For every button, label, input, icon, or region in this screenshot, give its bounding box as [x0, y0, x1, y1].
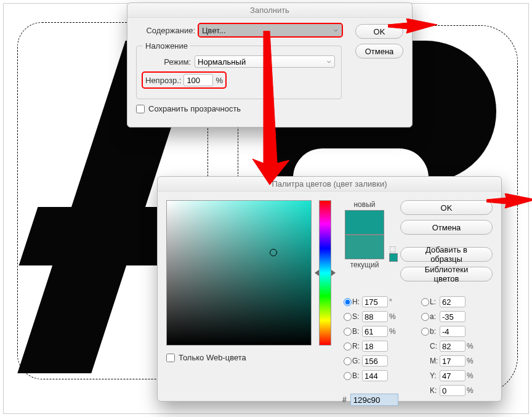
radio-b-rgb[interactable] [344, 372, 352, 380]
content-select[interactable]: Цвет... [199, 24, 342, 36]
fill-cancel-button[interactable]: Отмена [355, 44, 403, 59]
b-hsb-input[interactable] [362, 326, 388, 337]
b-lab-input[interactable] [440, 326, 465, 337]
radio-b-hsb[interactable] [344, 328, 352, 336]
radio-a[interactable] [421, 313, 429, 321]
nearest-web-swatch[interactable] [389, 253, 398, 262]
radio-g[interactable] [344, 357, 352, 365]
mode-label: Режим: [143, 57, 191, 67]
opacity-input[interactable] [183, 74, 213, 86]
radio-l[interactable] [421, 298, 429, 306]
c-input[interactable] [440, 341, 465, 352]
opacity-unit: % [216, 76, 223, 85]
picker-cancel-button[interactable]: Отмена [400, 220, 493, 235]
web-colors-checkbox[interactable]: Только Web-цвета [166, 353, 246, 362]
content-label: Содержание: [136, 26, 195, 35]
color-values-grid: H: ° L: S: % a: B: % b: [342, 296, 493, 396]
hue-slider[interactable] [319, 200, 331, 346]
color-libraries-button[interactable]: Библиотеки цветов [400, 267, 493, 281]
fill-dialog-title: Заполнить [127, 3, 412, 18]
cube-icon: ⬚ [389, 245, 396, 253]
r-input[interactable] [362, 341, 388, 352]
preserve-transparency-checkbox[interactable]: Сохранить прозрачность [136, 104, 241, 113]
current-color-label: текущий [342, 261, 387, 269]
mode-select[interactable]: Нормальный [195, 55, 335, 68]
k-input[interactable] [440, 385, 465, 396]
hue-handle-left[interactable] [315, 270, 319, 276]
saturation-value-field[interactable] [166, 200, 312, 346]
radio-b-lab[interactable] [421, 328, 429, 336]
new-color-swatch [345, 210, 384, 235]
g-input[interactable] [362, 355, 388, 366]
picker-ok-button[interactable]: OK [400, 200, 493, 215]
a-input[interactable] [440, 311, 465, 322]
hex-prefix: # [342, 395, 347, 404]
blending-group: Наложение Режим: Нормальный Непрозр.: % [136, 41, 342, 99]
radio-s[interactable] [344, 313, 352, 321]
blending-legend: Наложение [143, 41, 190, 51]
b-rgb-input[interactable] [362, 370, 388, 381]
y-input[interactable] [440, 370, 465, 381]
m-input[interactable] [440, 355, 465, 366]
radio-r[interactable] [344, 342, 352, 350]
l-input[interactable] [440, 296, 465, 307]
add-to-swatches-button[interactable]: Добавить в образцы [400, 247, 493, 262]
h-input[interactable] [362, 296, 388, 307]
opacity-label: Непрозр.: [145, 76, 181, 85]
hue-handle-right[interactable] [331, 270, 336, 276]
sv-handle[interactable] [270, 249, 277, 256]
s-input[interactable] [362, 311, 388, 322]
fill-ok-button[interactable]: OK [355, 24, 403, 39]
fill-dialog: Заполнить OK Отмена Содержание: Цвет... … [127, 2, 413, 128]
color-picker-dialog: Палитра цветов (цвет заливки) новый теку… [157, 176, 502, 402]
current-color-swatch [345, 235, 384, 259]
new-color-label: новый [342, 200, 387, 209]
picker-title: Палитра цветов (цвет заливки) [158, 177, 501, 192]
radio-h[interactable] [344, 298, 352, 306]
hex-input[interactable] [350, 394, 398, 406]
